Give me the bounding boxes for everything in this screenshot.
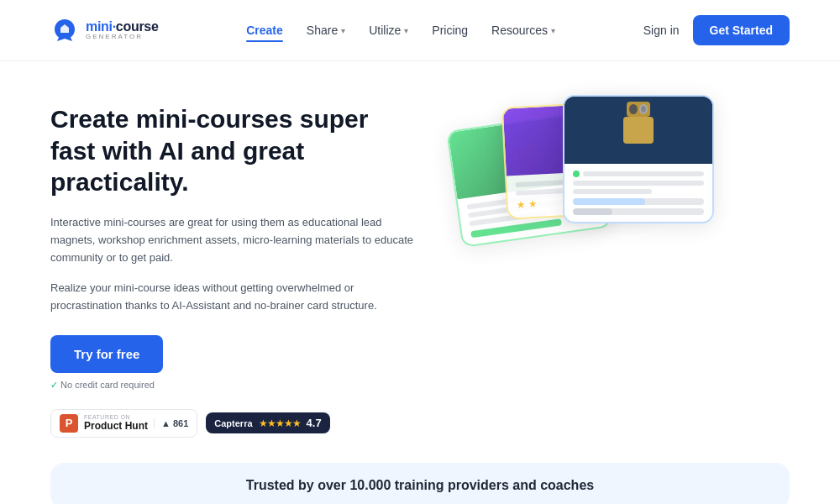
navbar: mini·course GENERATOR Create Share ▾ Uti… — [0, 0, 840, 61]
logo-name: mini·course — [86, 19, 159, 34]
hero-title: Create mini-courses super fast with AI a… — [50, 103, 420, 198]
nav-pricing[interactable]: Pricing — [432, 24, 468, 37]
no-credit-card-label: No credit card required — [50, 380, 420, 391]
product-hunt-icon: P — [60, 414, 78, 433]
logo-sub: GENERATOR — [86, 34, 159, 41]
product-hunt-text: FEATURED ON Product Hunt — [84, 414, 148, 432]
nav-right: Sign in Get Started — [643, 15, 790, 45]
product-hunt-count: ▲ 861 — [154, 418, 188, 428]
chevron-down-icon: ▾ — [551, 26, 555, 35]
robot-body — [623, 117, 654, 144]
nav-links: Create Share ▾ Utilize ▾ Pricing Resourc… — [246, 24, 555, 37]
hero-desc-1: Interactive mini-courses are great for u… — [50, 213, 420, 267]
card-stack: 🌿 — [454, 95, 790, 364]
card-image-3 — [564, 97, 712, 164]
course-card-3 — [563, 95, 714, 223]
card-line — [573, 189, 652, 194]
nav-create[interactable]: Create — [246, 24, 283, 37]
capterra-score: 4.7 — [307, 417, 322, 429]
social-proof-badges: P FEATURED ON Product Hunt ▲ 861 Capterr… — [50, 409, 420, 438]
hero-section: Create mini-courses super fast with AI a… — [0, 61, 840, 454]
card-progress-bar — [573, 198, 704, 205]
hero-left: Create mini-courses super fast with AI a… — [50, 95, 420, 438]
logo[interactable]: mini·course GENERATOR — [50, 16, 159, 45]
capterra-logo: Capterra — [214, 418, 252, 428]
hero-cards: 🌿 — [454, 95, 790, 364]
get-started-button[interactable]: Get Started — [693, 15, 790, 45]
robot-eye-right — [639, 104, 648, 114]
sign-in-button[interactable]: Sign in — [643, 24, 680, 37]
robot-head — [627, 102, 650, 117]
nav-utilize[interactable]: Utilize ▾ — [369, 24, 408, 37]
chevron-down-icon: ▾ — [341, 26, 345, 35]
card-progress-fill-2 — [573, 208, 612, 215]
trusted-banner: Trusted by over 10.000 training provider… — [50, 463, 790, 504]
nav-resources[interactable]: Resources ▾ — [491, 24, 555, 37]
robot-eye-left — [629, 104, 638, 114]
trusted-text: Trusted by over 10.000 training provider… — [246, 478, 594, 492]
robot-illustration — [564, 97, 712, 164]
try-free-button[interactable]: Try for free — [50, 335, 163, 373]
card-line — [583, 171, 704, 176]
product-hunt-badge[interactable]: P FEATURED ON Product Hunt ▲ 861 — [50, 409, 197, 438]
nav-share[interactable]: Share ▾ — [307, 24, 345, 37]
capterra-stars-icon: ★★★★★ — [259, 417, 301, 429]
status-dot — [573, 171, 580, 177]
card-progress-fill — [573, 198, 645, 205]
hero-desc-2: Realize your mini-course ideas without g… — [50, 279, 420, 315]
card-progress-bar-2 — [573, 208, 704, 215]
chevron-down-icon: ▾ — [404, 26, 408, 35]
logo-icon — [50, 16, 79, 45]
capterra-badge[interactable]: Capterra ★★★★★ 4.7 — [206, 412, 329, 433]
card-line — [573, 181, 704, 186]
